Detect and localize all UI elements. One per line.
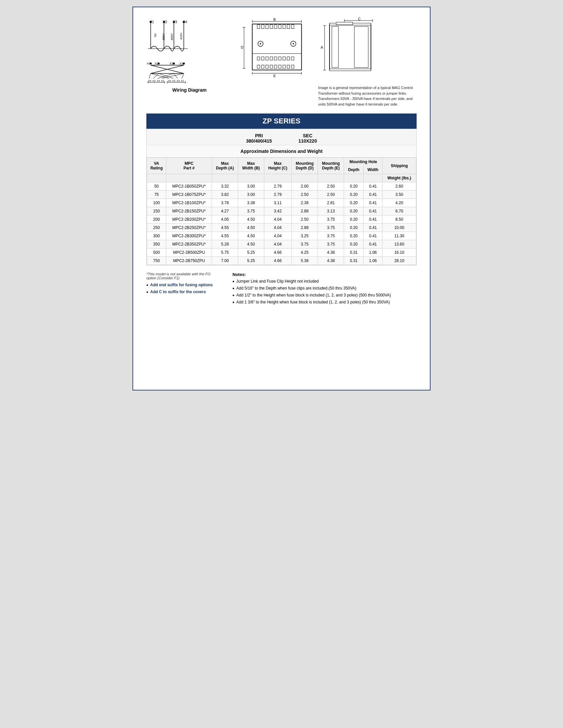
td-holewidth: 0.41 bbox=[363, 215, 383, 224]
bullet-icon: • bbox=[232, 300, 234, 305]
td-holedepth: 0.20 bbox=[344, 207, 364, 215]
svg-rect-82 bbox=[265, 57, 268, 60]
td-mountd: 2.38 bbox=[292, 199, 318, 207]
bullet-fusing: • Add end suffix for fusing options bbox=[146, 283, 219, 288]
td-heightc: 4.04 bbox=[264, 240, 292, 249]
td-part: MPC2-2B500ZPU bbox=[166, 249, 212, 257]
td-holedepth: 0.20 bbox=[344, 224, 364, 232]
svg-point-28 bbox=[183, 63, 185, 65]
right-bullet-item: •Add 1/2" to the Height when fuse block … bbox=[232, 293, 417, 298]
svg-rect-73 bbox=[287, 25, 290, 29]
td-holewidth: 0.41 bbox=[363, 182, 383, 191]
svg-text:X3: X3 bbox=[176, 79, 180, 82]
asterisk-note: *This model is not available with the FO… bbox=[146, 272, 219, 280]
td-weight: 13.60 bbox=[383, 240, 416, 249]
table-row: 100MPC2-1B100ZPU*3.783.383.112.382.810.2… bbox=[147, 199, 416, 207]
td-part: MPC2-2B300ZPU* bbox=[166, 232, 212, 240]
td-part: MPC2-2B250ZPU* bbox=[166, 224, 212, 232]
td-va: 250 bbox=[147, 224, 166, 232]
td-deptha: 3.32 bbox=[212, 182, 238, 191]
td-deptha: 4.55 bbox=[212, 232, 238, 240]
sec-label: SEC bbox=[299, 133, 317, 138]
td-weight: 11.30 bbox=[383, 232, 416, 240]
th-part-label bbox=[166, 174, 212, 182]
right-bullet-item: •Add 5/16" to the Depth when fuse clips … bbox=[232, 286, 417, 291]
svg-text:D: D bbox=[241, 45, 243, 49]
svg-line-44 bbox=[182, 73, 184, 78]
table-section: PRI 380/400/415 SEC 110X220 Approximate … bbox=[146, 129, 417, 265]
td-va: 75 bbox=[147, 191, 166, 199]
svg-rect-72 bbox=[283, 25, 286, 29]
th-widthb-label bbox=[238, 174, 264, 182]
wiring-diagram-label: Wiring Diagram bbox=[146, 87, 232, 93]
th-holedepth-label bbox=[344, 174, 364, 182]
table-subheader: Weight (lbs.) bbox=[147, 174, 416, 182]
bullet-icon: • bbox=[232, 279, 234, 284]
svg-text:C: C bbox=[358, 17, 361, 21]
right-notes: Notes: •Jumper Link and Fuse Clip Height… bbox=[232, 272, 417, 307]
table-row: 150MPC2-2B150ZPU*4.273.753.422.883.130.2… bbox=[147, 207, 416, 215]
td-weight: 28.10 bbox=[383, 257, 416, 265]
svg-rect-89 bbox=[257, 65, 260, 68]
bullet-icon: • bbox=[232, 293, 234, 298]
top-section: H1 H2 H3 H4 0V 380V 400V 415V bbox=[146, 17, 417, 107]
td-mountd: 2.50 bbox=[292, 215, 318, 224]
bullet-icon-fusing: • bbox=[146, 283, 148, 288]
td-mounte: 4.38 bbox=[318, 257, 344, 265]
bullet-covers-text: Add C to suffix for the covers bbox=[150, 290, 206, 294]
svg-rect-93 bbox=[274, 65, 277, 68]
left-notes: *This model is not available with the FO… bbox=[146, 272, 219, 307]
td-mountd: 2.50 bbox=[292, 191, 318, 199]
td-mounte: 3.75 bbox=[318, 215, 344, 224]
th-holewidth-label bbox=[363, 174, 383, 182]
sec-item: SEC 110X220 bbox=[299, 133, 317, 144]
svg-text:E: E bbox=[273, 74, 276, 78]
svg-rect-87 bbox=[287, 57, 290, 60]
wiring-diagram-container: H1 H2 H3 H4 0V 380V 400V 415V bbox=[146, 17, 232, 93]
td-heightc: 2.79 bbox=[264, 182, 292, 191]
right-bullet-text-0: Jumper Link and Fuse Clip Height not inc… bbox=[236, 279, 319, 284]
table-row: 50MPC2-1B050ZPU*3.323.002.792.002.500.20… bbox=[147, 182, 416, 191]
svg-text:X1: X1 bbox=[179, 62, 183, 65]
td-mountd: 3.25 bbox=[292, 232, 318, 240]
td-holedepth: 0.20 bbox=[344, 240, 364, 249]
svg-rect-97 bbox=[292, 65, 294, 68]
svg-text:X4: X4 bbox=[168, 79, 171, 82]
td-deptha: 7.00 bbox=[212, 257, 238, 265]
th-hole-depth: Depth bbox=[344, 166, 364, 174]
td-widthb: 3.75 bbox=[238, 207, 264, 215]
td-holewidth: 0.41 bbox=[363, 207, 383, 215]
td-widthb: 4.50 bbox=[238, 232, 264, 240]
pri-value: 380/400/415 bbox=[246, 138, 272, 144]
th-widthb: MaxWidth (B) bbox=[238, 158, 264, 174]
data-table: VARating MPCPart # MaxDepth (A) MaxWidth… bbox=[147, 158, 416, 265]
pri-label: PRI bbox=[246, 133, 272, 138]
th-weight-label: Weight (lbs.) bbox=[383, 174, 416, 182]
td-widthb: 4.50 bbox=[238, 224, 264, 232]
svg-rect-66 bbox=[257, 25, 260, 29]
table-row: 200MPC2-2B200ZPU*4.054.504.042.503.750.2… bbox=[147, 215, 416, 224]
th-deptha: MaxDepth (A) bbox=[212, 158, 238, 174]
svg-rect-111 bbox=[336, 22, 353, 25]
td-part: MPC2-2B150ZPU* bbox=[166, 207, 212, 215]
td-mounte: 4.38 bbox=[318, 249, 344, 257]
td-va: 750 bbox=[147, 257, 166, 265]
td-widthb: 4.50 bbox=[238, 215, 264, 224]
pri-item: PRI 380/400/415 bbox=[246, 133, 272, 144]
right-bullet-item: •Jumper Link and Fuse Clip Height not in… bbox=[232, 279, 417, 284]
td-mountd: 5.38 bbox=[292, 257, 318, 265]
td-holedepth: 0.20 bbox=[344, 182, 364, 191]
pri-sec-row: PRI 380/400/415 SEC 110X220 bbox=[147, 129, 416, 145]
td-va: 100 bbox=[147, 199, 166, 207]
td-mountd: 2.88 bbox=[292, 207, 318, 215]
td-heightc: 3.11 bbox=[264, 199, 292, 207]
th-heightc-label bbox=[264, 174, 292, 182]
right-bullet-text-2: Add 1/2" to the Height when fuse block i… bbox=[236, 293, 391, 297]
bullet-icon: • bbox=[232, 286, 234, 291]
td-holewidth: 1.06 bbox=[363, 257, 383, 265]
td-weight: 3.50 bbox=[383, 191, 416, 199]
td-part: MPC2-2B350ZPU* bbox=[166, 240, 212, 249]
td-deptha: 4.27 bbox=[212, 207, 238, 215]
svg-rect-85 bbox=[278, 57, 281, 60]
table-row: 750MPC2-2B750ZPU7.005.254.665.384.380.31… bbox=[147, 257, 416, 265]
